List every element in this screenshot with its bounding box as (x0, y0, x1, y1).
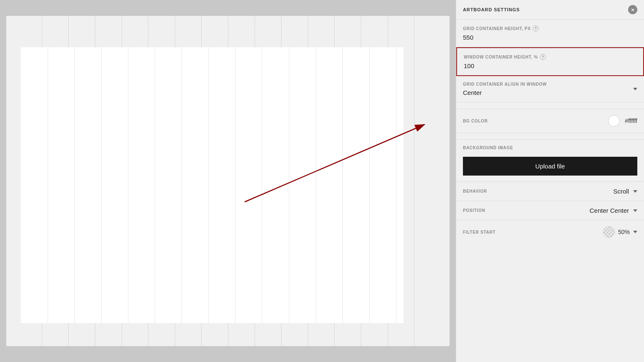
artboard (6, 16, 450, 346)
bg-image-label: BACKGROUND IMAGE (463, 145, 637, 150)
filter-start-value: 50% (618, 229, 630, 235)
grid-align-label: GRID CONTAINER ALIGN IN WINDOW (463, 82, 633, 87)
panel-title: ARTBOARD SETTINGS (463, 7, 520, 12)
bg-color-hex: #ffffff (625, 117, 637, 124)
position-dropdown[interactable]: Center Center (590, 207, 637, 214)
position-section: POSITION Center Center (456, 201, 644, 220)
grid-align-chevron-icon[interactable] (633, 88, 637, 90)
spacer2 (456, 133, 644, 140)
position-label: POSITION (463, 208, 485, 213)
grid-height-label: GRID CONTAINER HEIGHT, PX ? (463, 25, 637, 31)
canvas-area (0, 0, 456, 362)
behavior-dropdown[interactable]: Scroll (613, 188, 637, 195)
filter-start-chevron-icon (633, 231, 637, 233)
filter-start-section: FILTER START 50% (456, 220, 644, 244)
behavior-label: BEHAVIOR (463, 189, 487, 194)
grid-height-help-icon[interactable]: ? (533, 25, 539, 31)
close-button[interactable]: × (628, 5, 637, 14)
checkerboard-icon (603, 226, 615, 238)
bg-color-section: BG COLOR #ffffff (456, 109, 644, 133)
panel-header: ARTBOARD SETTINGS × (456, 0, 644, 20)
upload-file-button[interactable]: Upload file (463, 157, 637, 176)
behavior-value: Scroll (613, 188, 629, 195)
grid-container-height-section: GRID CONTAINER HEIGHT, PX ? 550 (456, 20, 644, 47)
filter-start-label: FILTER START (463, 230, 496, 235)
position-chevron-icon (633, 209, 637, 212)
bg-color-label: BG COLOR (463, 119, 488, 123)
background-image-section: BACKGROUND IMAGE Upload file (456, 140, 644, 182)
window-height-help-icon[interactable]: ? (540, 54, 546, 60)
grid-align-section: GRID CONTAINER ALIGN IN WINDOW Center (456, 76, 644, 102)
grid-height-value: 550 (463, 34, 637, 41)
grid-align-value: Center (463, 89, 633, 96)
artboard-inner (21, 47, 404, 323)
window-container-height-section: WINDOW CONTAINER HEIGHT, % ? 100 (456, 47, 644, 76)
right-panel: ARTBOARD SETTINGS × GRID CONTAINER HEIGH… (456, 0, 644, 362)
bg-color-circle[interactable] (608, 115, 620, 127)
window-height-value: 100 (464, 62, 636, 69)
filter-start-control[interactable]: 50% (603, 226, 637, 238)
behavior-chevron-icon (633, 190, 637, 193)
position-value: Center Center (590, 207, 629, 214)
spacer (456, 102, 644, 109)
window-height-label: WINDOW CONTAINER HEIGHT, % ? (464, 54, 636, 60)
behavior-section: BEHAVIOR Scroll (456, 182, 644, 201)
inner-grid-lines (21, 47, 404, 323)
